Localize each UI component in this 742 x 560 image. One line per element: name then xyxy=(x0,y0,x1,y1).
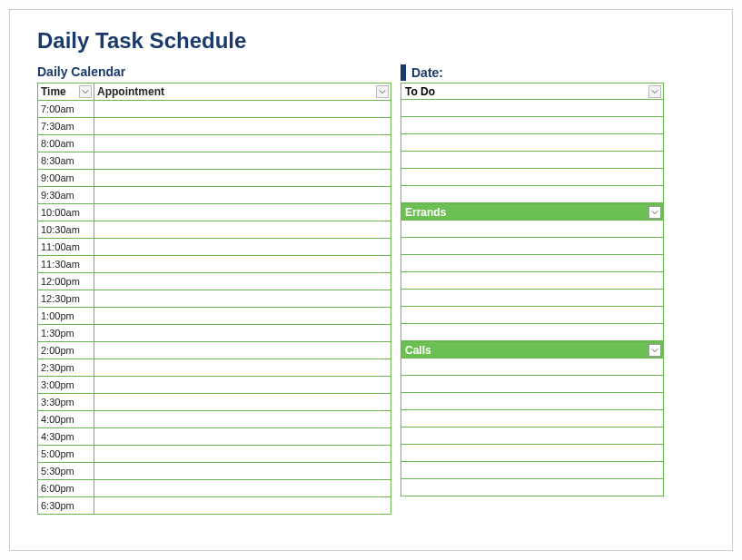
time-cell[interactable]: 5:30pm xyxy=(38,463,94,480)
time-cell[interactable]: 4:30pm xyxy=(38,428,94,446)
appointment-cell[interactable] xyxy=(94,428,391,446)
time-cell[interactable]: 2:00pm xyxy=(38,342,94,359)
list-item[interactable] xyxy=(401,324,664,341)
list-item[interactable] xyxy=(401,221,664,238)
time-cell[interactable]: 9:30am xyxy=(38,187,94,204)
appointment-cell[interactable] xyxy=(94,463,391,480)
time-cell[interactable]: 1:30pm xyxy=(38,325,94,342)
time-cell[interactable]: 4:00pm xyxy=(38,411,94,428)
time-cell[interactable]: 8:00am xyxy=(38,135,94,152)
chevron-down-icon[interactable] xyxy=(376,85,389,98)
chevron-down-icon[interactable] xyxy=(648,206,661,219)
time-cell[interactable]: 12:30pm xyxy=(38,290,94,308)
time-column-header[interactable]: Time xyxy=(38,84,94,101)
time-cell[interactable]: 1:00pm xyxy=(38,308,94,325)
calendar-column: Daily Calendar Time Appointment xyxy=(37,64,391,515)
time-cell[interactable]: 11:30am xyxy=(38,256,94,273)
appointment-cell[interactable] xyxy=(94,359,391,377)
time-cell[interactable]: 7:00am xyxy=(38,101,94,118)
appointment-cell[interactable] xyxy=(94,118,391,135)
list-item[interactable] xyxy=(401,272,664,290)
list-item[interactable] xyxy=(401,427,664,445)
list-item[interactable] xyxy=(401,479,664,496)
time-cell[interactable]: 7:30am xyxy=(38,118,94,135)
table-row: 11:30am xyxy=(38,256,391,273)
time-cell[interactable]: 6:30pm xyxy=(38,497,94,515)
appointment-cell[interactable] xyxy=(94,325,391,342)
list-item[interactable] xyxy=(401,445,664,462)
table-row: 2:30pm xyxy=(38,359,391,377)
chevron-down-icon[interactable] xyxy=(648,85,661,98)
time-cell[interactable]: 10:00am xyxy=(38,204,94,221)
table-row: 4:00pm xyxy=(38,411,391,428)
list-item[interactable] xyxy=(401,117,664,134)
list-item[interactable] xyxy=(401,307,664,324)
list-item[interactable] xyxy=(401,255,664,272)
list-item[interactable] xyxy=(401,238,664,255)
section-header[interactable]: Calls xyxy=(401,341,664,359)
section-header[interactable]: To Do xyxy=(401,83,664,100)
content-columns: Daily Calendar Time Appointment xyxy=(37,64,705,515)
appointment-cell[interactable] xyxy=(94,204,391,221)
appointment-column-header[interactable]: Appointment xyxy=(94,84,391,101)
table-row: 7:30am xyxy=(38,118,391,135)
appointment-cell[interactable] xyxy=(94,411,391,428)
time-cell[interactable]: 11:00am xyxy=(38,239,94,256)
time-cell[interactable]: 2:30pm xyxy=(38,359,94,377)
table-row: 9:00am xyxy=(38,170,391,187)
list-item[interactable] xyxy=(401,134,664,152)
appointment-cell[interactable] xyxy=(94,308,391,325)
appointment-cell[interactable] xyxy=(94,152,391,170)
appointment-cell[interactable] xyxy=(94,273,391,290)
appointment-cell[interactable] xyxy=(94,394,391,411)
table-row: 3:30pm xyxy=(38,394,391,411)
time-cell[interactable]: 10:30am xyxy=(38,221,94,239)
list-item[interactable] xyxy=(401,393,664,410)
chevron-down-icon[interactable] xyxy=(79,85,92,98)
calendar-header-row: Time Appointment xyxy=(38,84,391,101)
appointment-cell[interactable] xyxy=(94,135,391,152)
appointment-cell[interactable] xyxy=(94,377,391,394)
table-row: 3:00pm xyxy=(38,377,391,394)
list-item[interactable] xyxy=(401,462,664,479)
time-cell[interactable]: 5:00pm xyxy=(38,446,94,463)
appointment-cell[interactable] xyxy=(94,221,391,239)
appointment-cell[interactable] xyxy=(94,342,391,359)
list-item[interactable] xyxy=(401,100,664,117)
table-row: 10:30am xyxy=(38,221,391,239)
appointment-cell[interactable] xyxy=(94,101,391,118)
appointment-cell[interactable] xyxy=(94,290,391,308)
appointment-cell[interactable] xyxy=(94,187,391,204)
section-title: To Do xyxy=(405,85,435,98)
table-row: 1:30pm xyxy=(38,325,391,342)
task-sections: To DoErrandsCalls xyxy=(401,83,664,496)
time-cell[interactable]: 6:00pm xyxy=(38,480,94,497)
list-item[interactable] xyxy=(401,169,664,186)
table-row: 8:00am xyxy=(38,135,391,152)
list-item[interactable] xyxy=(401,186,664,203)
section-header[interactable]: Errands xyxy=(401,203,664,221)
document-frame: Daily Task Schedule Daily Calendar Time … xyxy=(9,9,733,551)
time-cell[interactable]: 12:00pm xyxy=(38,273,94,290)
list-item[interactable] xyxy=(401,359,664,376)
table-row: 12:00pm xyxy=(38,273,391,290)
date-heading: Date: xyxy=(401,64,664,81)
time-cell[interactable]: 3:00pm xyxy=(38,377,94,394)
list-item[interactable] xyxy=(401,152,664,169)
table-row: 4:30pm xyxy=(38,428,391,446)
time-cell[interactable]: 8:30am xyxy=(38,152,94,170)
table-row: 12:30pm xyxy=(38,290,391,308)
appointment-cell[interactable] xyxy=(94,446,391,463)
table-row: 8:30am xyxy=(38,152,391,170)
list-item[interactable] xyxy=(401,376,664,393)
list-item[interactable] xyxy=(401,290,664,307)
time-cell[interactable]: 3:30pm xyxy=(38,394,94,411)
appointment-cell[interactable] xyxy=(94,480,391,497)
appointment-cell[interactable] xyxy=(94,497,391,515)
time-cell[interactable]: 9:00am xyxy=(38,170,94,187)
appointment-cell[interactable] xyxy=(94,256,391,273)
list-item[interactable] xyxy=(401,410,664,427)
appointment-cell[interactable] xyxy=(94,170,391,187)
appointment-cell[interactable] xyxy=(94,239,391,256)
chevron-down-icon[interactable] xyxy=(648,344,661,357)
